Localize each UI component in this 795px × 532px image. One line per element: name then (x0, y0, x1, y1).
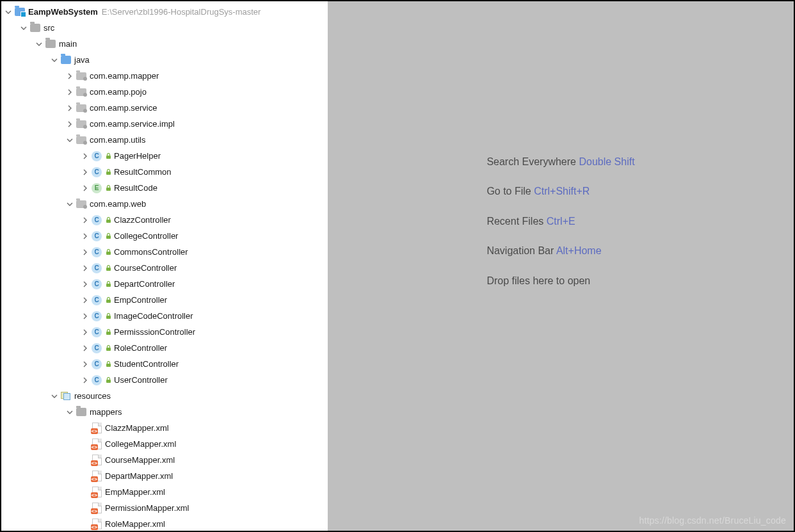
tree-row[interactable]: ClazzMapper.xml (1, 420, 328, 436)
svg-rect-6 (106, 268, 111, 271)
tip-text: Navigation Bar (486, 245, 554, 256)
java-class-icon: C (91, 310, 102, 322)
editor-tip-row: Drop files here to open (486, 266, 634, 296)
tree-row[interactable]: com.eamp.pojo (1, 84, 328, 100)
package-icon (76, 134, 87, 146)
tree-row[interactable]: com.eamp.utils (1, 132, 328, 148)
chevron-right-icon[interactable] (65, 120, 74, 129)
tree-row[interactable]: CRoleController (1, 340, 328, 356)
tree-item-label: com.eamp.service.impl (90, 119, 175, 129)
chevron-right-icon[interactable] (81, 296, 90, 305)
tree-row[interactable]: com.eamp.mapper (1, 68, 328, 84)
tree-row[interactable]: CStudentController (1, 356, 328, 372)
tree-item-label: ResultCode (114, 183, 157, 193)
tree-item-label: PagerHelper (114, 151, 161, 161)
tip-shortcut: Ctrl+E (547, 216, 575, 227)
chevron-right-icon[interactable] (81, 280, 90, 289)
tree-item-label: java (74, 55, 90, 65)
tree-row[interactable]: CCommonsController (1, 244, 328, 260)
chevron-right-icon[interactable] (81, 152, 90, 161)
tree-row[interactable]: EResultCode (1, 180, 328, 196)
tree-item-label: CommonsController (114, 247, 188, 257)
tree-row[interactable]: CPagerHelper (1, 148, 328, 164)
editor-tip-row: Go to File Ctrl+Shift+R (486, 177, 634, 206)
chevron-right-icon[interactable] (81, 360, 90, 369)
chevron-right-icon[interactable] (65, 72, 74, 81)
chevron-down-icon[interactable] (65, 408, 74, 417)
svg-rect-12 (106, 364, 111, 367)
tree-row[interactable]: EampWebSystemE:\Server\zbl1996-HospitalD… (1, 4, 328, 20)
readonly-lock-icon (105, 249, 111, 255)
chevron-right-icon[interactable] (65, 88, 74, 97)
java-class-icon: C (91, 230, 102, 242)
chevron-right-icon[interactable] (81, 248, 90, 257)
chevron-right-icon[interactable] (81, 328, 90, 337)
tree-item-label: DepartMapper.xml (105, 471, 173, 481)
tree-row[interactable]: CDepartController (1, 276, 328, 292)
readonly-lock-icon (105, 169, 111, 175)
tree-item-label: com.eamp.pojo (90, 87, 147, 97)
java-enum-icon: E (91, 182, 102, 194)
tree-row[interactable]: java (1, 52, 328, 68)
tree-row[interactable]: main (1, 36, 328, 52)
chevron-down-icon[interactable] (65, 136, 74, 145)
chevron-right-icon[interactable] (81, 312, 90, 321)
tree-item-label: PermisssionController (114, 327, 195, 337)
project-tree-scrollarea[interactable]: EampWebSystemE:\Server\zbl1996-HospitalD… (1, 4, 328, 531)
tree-row[interactable]: CollegeMapper.xml (1, 436, 328, 452)
chevron-right-icon[interactable] (81, 216, 90, 225)
tree-row[interactable]: src (1, 20, 328, 36)
chevron-right-icon[interactable] (81, 168, 90, 177)
tree-row[interactable]: CEmpController (1, 292, 328, 308)
project-tree-panel[interactable]: EampWebSystemE:\Server\zbl1996-HospitalD… (1, 1, 328, 531)
svg-rect-7 (106, 284, 111, 287)
tree-row[interactable]: CImageCodeController (1, 308, 328, 324)
java-class-icon: C (91, 262, 102, 274)
tree-row[interactable]: CourseMapper.xml (1, 452, 328, 468)
tree-item-label: CollegeMapper.xml (105, 439, 176, 449)
tree-row[interactable]: RoleMapper.xml (1, 516, 328, 531)
java-class-icon: C (91, 246, 102, 258)
svg-rect-11 (106, 348, 111, 351)
java-class-icon: C (91, 214, 102, 226)
chevron-down-icon[interactable] (35, 40, 44, 49)
svg-rect-4 (106, 236, 111, 239)
readonly-lock-icon (105, 217, 111, 223)
readonly-lock-icon (105, 345, 111, 351)
tree-row[interactable]: EmpMapper.xml (1, 484, 328, 500)
chevron-down-icon[interactable] (4, 8, 13, 17)
chevron-down-icon[interactable] (50, 392, 59, 401)
tree-row[interactable]: CClazzController (1, 212, 328, 228)
chevron-right-icon[interactable] (81, 376, 90, 385)
tree-row[interactable]: PermissionMapper.xml (1, 500, 328, 516)
tree-item-label: CourseController (114, 263, 177, 273)
tree-row[interactable]: CPermisssionController (1, 324, 328, 340)
chevron-down-icon[interactable] (19, 24, 28, 33)
tree-row[interactable]: CResultCommon (1, 164, 328, 180)
chevron-down-icon[interactable] (65, 200, 74, 209)
tree-row[interactable]: CUserController (1, 372, 328, 388)
tree-row[interactable]: mappers (1, 404, 328, 420)
chevron-down-icon[interactable] (50, 56, 59, 65)
editor-empty-area[interactable]: Search Everywhere Double ShiftGo to File… (328, 1, 794, 531)
chevron-right-icon[interactable] (81, 344, 90, 353)
java-class-icon: C (91, 343, 102, 354)
tree-item-label: EmpMapper.xml (105, 487, 165, 497)
chevron-right-icon[interactable] (81, 264, 90, 273)
xml-file-icon (91, 439, 102, 450)
tree-row[interactable]: CCollegeController (1, 228, 328, 244)
chevron-right-icon[interactable] (81, 184, 90, 193)
tree-row[interactable]: com.eamp.service (1, 100, 328, 116)
watermark-text: https://blog.csdn.net/BruceLiu_code (639, 515, 786, 526)
tree-row[interactable]: resources (1, 388, 328, 404)
chevron-right-icon[interactable] (81, 232, 90, 241)
tree-row[interactable]: DepartMapper.xml (1, 468, 328, 484)
package-icon (76, 102, 87, 114)
module-icon (14, 6, 26, 18)
tree-row[interactable]: com.eamp.web (1, 196, 328, 212)
tree-row[interactable]: com.eamp.service.impl (1, 116, 328, 132)
java-class-icon: C (91, 359, 102, 370)
chevron-right-icon[interactable] (65, 104, 74, 113)
tree-row[interactable]: CCourseController (1, 260, 328, 276)
tip-text: Search Everywhere (486, 156, 576, 167)
